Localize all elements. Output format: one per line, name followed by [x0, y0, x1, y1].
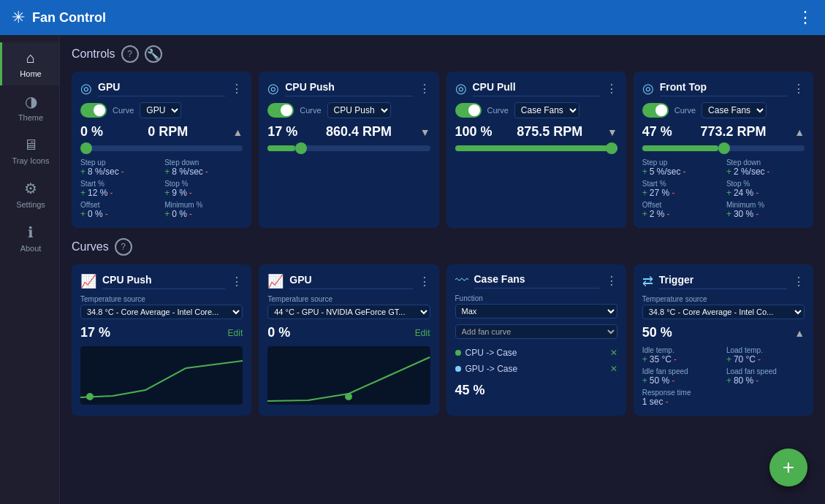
case-fans-curve-menu[interactable]: ⋮	[606, 274, 617, 288]
ft-stop-minus[interactable]: -	[756, 188, 759, 197]
gpu-step-down-plus[interactable]: +	[164, 167, 170, 176]
controls-help-button[interactable]: ?	[121, 45, 139, 63]
cpu-pull-toggle[interactable]	[455, 103, 482, 118]
trig-idle-fan-minus[interactable]: -	[672, 376, 674, 385]
app-header: ✳ Fan Control ⋮	[0, 0, 825, 35]
curve-card-trigger: ⇄ Trigger ⋮ Temperature source 34.8 °C -…	[634, 264, 813, 416]
cpu-pull-card-title: CPU Pull	[473, 81, 600, 96]
gpu-stop-minus[interactable]: -	[189, 188, 192, 197]
gpu-step-up-minus[interactable]: -	[121, 167, 124, 176]
cpu-push-curve-select[interactable]: CPU Push	[327, 102, 391, 118]
ft-step-down-minus[interactable]: -	[767, 167, 770, 176]
fan-curve-gpu-remove[interactable]: ✕	[610, 364, 617, 374]
gpu-card-menu[interactable]: ⋮	[231, 82, 243, 96]
cpu-pull-card-menu[interactable]: ⋮	[606, 82, 617, 96]
ft-offset-val: 2 %	[650, 209, 665, 219]
front-top-stats: Step up + 5 %/sec - Step down + 2 %/sec …	[642, 159, 805, 219]
gpu-curve-menu[interactable]: ⋮	[419, 275, 430, 289]
gpu-step-up-val: 8 %/sec	[88, 167, 119, 177]
main-layout: ⌂ Home ◑ Theme 🖥 Tray Icons ⚙ Settings ℹ…	[0, 35, 825, 504]
trig-load-temp-minus[interactable]: -	[758, 355, 761, 364]
front-top-curve-select[interactable]: Case Fans	[702, 102, 767, 118]
sidebar-label-about: About	[20, 244, 42, 253]
gpu-card-title: GPU	[98, 81, 225, 96]
sidebar-item-settings[interactable]: ⚙ Settings	[0, 172, 59, 216]
trigger-curve-icon: ⇄	[642, 273, 653, 289]
gpu-slider[interactable]	[80, 145, 243, 151]
case-fans-curve-header: 〰 Case Fans ⋮	[455, 273, 617, 289]
gpu-toggle[interactable]	[80, 103, 107, 118]
trig-idle-temp-plus[interactable]: +	[642, 355, 647, 364]
ft-step-up-minus[interactable]: -	[683, 167, 685, 176]
gpu-start-minus[interactable]: -	[110, 188, 113, 197]
gpu-offset-plus[interactable]: +	[80, 210, 85, 218]
trig-load-temp-plus[interactable]: +	[726, 355, 731, 364]
add-fan-curve-select[interactable]: Add fan curve	[455, 324, 617, 339]
cpu-push-temp-select[interactable]: 34.8 °C - Core Average - Intel Core...	[80, 305, 243, 319]
trig-load-temp-val: 70 °C	[734, 354, 756, 364]
trig-idle-fan-plus[interactable]: +	[642, 376, 647, 385]
gpu-step-up-plus[interactable]: +	[80, 167, 85, 176]
trigger-curve-menu[interactable]: ⋮	[793, 275, 805, 289]
trig-load-fan-plus[interactable]: +	[726, 376, 731, 385]
front-top-toggle[interactable]	[642, 103, 669, 118]
trig-load-fan-minus[interactable]: -	[756, 376, 759, 385]
cpu-push-edit-button[interactable]: Edit	[228, 328, 243, 338]
ft-offset-minus[interactable]: -	[666, 210, 669, 218]
sidebar: ⌂ Home ◑ Theme 🖥 Tray Icons ⚙ Settings ℹ…	[0, 35, 60, 504]
ft-stop-plus[interactable]: +	[726, 188, 731, 197]
gpu-curve-select[interactable]: GPU	[140, 102, 181, 118]
ft-step-up-plus[interactable]: +	[642, 167, 647, 176]
cpu-push-slider[interactable]	[267, 145, 430, 151]
cpu-push-card-header: ◎ CPU Push ⋮	[267, 80, 430, 96]
gpu-percent: 0 %	[80, 124, 103, 140]
sidebar-item-about[interactable]: ℹ About	[0, 216, 59, 260]
app-title: Fan Control	[32, 10, 106, 26]
trig-idle-temp-minus[interactable]: -	[674, 355, 677, 364]
gpu-minimum-plus[interactable]: +	[164, 210, 170, 218]
trigger-temp-select[interactable]: 34.8 °C - Core Average - Intel Co...	[642, 305, 805, 319]
front-top-card-menu[interactable]: ⋮	[793, 82, 805, 96]
trig-response-minus[interactable]: -	[665, 397, 668, 406]
cpu-pull-curve-select[interactable]: Case Fans	[514, 102, 579, 118]
ft-minimum-label: Minimum %	[726, 201, 805, 209]
ft-step-up-val: 5 %/sec	[650, 167, 681, 177]
ft-step-down-plus[interactable]: +	[726, 167, 731, 176]
case-fans-function-select[interactable]: Max	[455, 304, 617, 318]
sidebar-item-tray-icons[interactable]: 🖥 Tray Icons	[0, 129, 59, 172]
gpu-edit-button[interactable]: Edit	[415, 328, 430, 338]
fan-curve-cpu-remove[interactable]: ✕	[610, 348, 617, 358]
trig-load-temp-label: Load temp.	[726, 346, 805, 354]
gpu-step-down-minus[interactable]: -	[205, 167, 208, 176]
cpu-push-card-menu[interactable]: ⋮	[419, 82, 430, 96]
add-fab-button[interactable]: +	[769, 448, 807, 486]
cpu-push-curve-menu[interactable]: ⋮	[231, 275, 243, 289]
cpu-push-percent: 17 %	[267, 124, 297, 140]
cpu-push-toggle[interactable]	[267, 103, 294, 118]
sidebar-item-theme[interactable]: ◑ Theme	[0, 85, 59, 129]
gpu-stop-label: Stop %	[164, 180, 243, 188]
gpu-stop-plus[interactable]: +	[164, 188, 170, 197]
gpu-minimum-minus[interactable]: -	[189, 210, 192, 218]
ft-offset-plus[interactable]: +	[642, 210, 647, 218]
gpu-temp-select[interactable]: 44 °C - GPU - NVIDIA GeForce GT...	[267, 305, 430, 319]
trigger-curve-title: Trigger	[659, 274, 787, 289]
control-card-front-top: ◎ Front Top ⋮ Curve Case Fans 47 % 773.2…	[634, 72, 813, 228]
ft-minimum-plus[interactable]: +	[726, 210, 731, 218]
curves-help-button[interactable]: ?	[115, 238, 132, 256]
ft-start-minus[interactable]: -	[672, 188, 674, 197]
cpu-pull-slider[interactable]	[455, 145, 617, 151]
sidebar-item-home[interactable]: ⌂ Home	[0, 42, 59, 85]
cpu-push-card-icon: ◎	[267, 80, 279, 96]
header-left: ✳ Fan Control	[12, 8, 106, 27]
trigger-temp-label: Temperature source	[642, 295, 805, 303]
ft-minimum-minus[interactable]: -	[756, 210, 759, 218]
trigger-arrow: ▲	[794, 327, 805, 339]
header-menu-button[interactable]: ⋮	[797, 8, 813, 27]
front-top-slider[interactable]	[642, 145, 805, 151]
gpu-start-plus[interactable]: +	[80, 188, 85, 197]
controls-wrench-button[interactable]: 🔧	[145, 45, 162, 63]
gpu-offset-minus[interactable]: -	[105, 210, 108, 218]
ft-start-plus[interactable]: +	[642, 188, 647, 197]
gpu-curve-icon: 📈	[267, 273, 284, 289]
